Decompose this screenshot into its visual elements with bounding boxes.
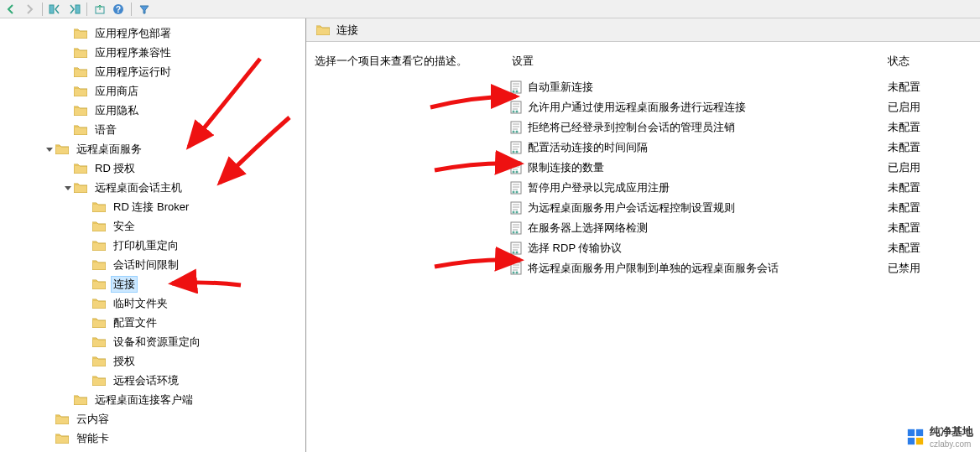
tree-item[interactable]: 会话时间限制 [0,255,305,274]
tree-item[interactable]: 打印机重定向 [0,236,305,255]
list-item[interactable]: 在服务器上选择网络检测未配置 [509,218,972,238]
list-item[interactable]: 限制连接的数量已启用 [509,158,972,178]
tree-item[interactable]: 云内容 [0,409,305,429]
setting-name: 自动重新连接 [528,80,888,95]
tree-item-label: RD 授权 [92,160,138,177]
tree-item-label: 语音 [92,122,119,138]
svg-point-52 [516,231,519,234]
back-icon[interactable] [3,2,18,17]
description-column: 选择一个项目来查看它的描述。 [315,54,509,444]
folder-icon [92,201,106,212]
toolbar: ? [0,0,980,18]
svg-point-15 [513,111,515,113]
filter-icon[interactable] [137,2,152,17]
list-item[interactable]: 暂停用户登录以完成应用注册未配置 [509,178,972,198]
folder-icon [74,105,87,116]
tree-item-label: 远程会话环境 [111,372,181,389]
tree-item-label: 应用商店 [92,83,141,100]
folder-icon [92,278,106,289]
content-header: 连接 [306,18,980,42]
description-text: 选择一个项目来查看它的描述。 [315,55,467,67]
svg-point-40 [516,191,519,194]
content-body: 选择一个项目来查看它的描述。 设置 状态 自动重新连接未配置允许用户通过使用远程… [306,42,980,452]
list-item[interactable]: 为远程桌面服务用户会话远程控制设置规则未配置 [509,198,972,218]
setting-status: 未配置 [888,80,972,95]
tree-item[interactable]: 应用商店 [0,81,305,101]
tree-item[interactable]: 应用程序运行时 [0,62,305,81]
list-item[interactable]: 拒绝将已经登录到控制台会话的管理员注销未配置 [509,117,972,138]
folder-icon [74,163,87,174]
folder-icon [74,124,87,135]
folder-icon [92,317,106,328]
tree-item[interactable]: 安全 [0,216,305,236]
tree-pane[interactable]: 应用程序包部署应用程序兼容性应用程序运行时应用商店应用隐私语音远程桌面服务RD … [0,18,306,452]
collapse-icon[interactable] [62,182,74,194]
svg-point-22 [516,131,519,133]
tree-item-label: 远程桌面服务 [74,141,144,158]
help-icon[interactable]: ? [111,2,126,17]
tree-item-label: 设备和资源重定向 [111,334,203,351]
collapse-icon[interactable] [44,143,55,155]
tree-item[interactable]: 授权 [0,351,305,371]
tree-item[interactable]: 配置文件 [0,313,305,332]
policy-setting-icon [509,141,523,154]
setting-name: 限制连接的数量 [528,160,888,175]
policy-setting-icon [509,221,523,235]
tree-item[interactable]: 应用程序兼容性 [0,43,305,62]
tree-item[interactable]: 语音 [0,120,305,139]
folder-icon [92,356,106,366]
tree-item-label: 远程桌面连接客户端 [92,392,195,408]
column-status-header[interactable]: 状态 [888,54,972,69]
nav-next-icon[interactable] [66,2,81,17]
svg-point-51 [513,231,515,234]
tree-item[interactable]: 远程桌面服务 [0,139,305,158]
svg-rect-1 [76,5,80,13]
svg-rect-67 [908,437,915,444]
folder-icon [74,28,87,39]
setting-name: 选择 RDP 传输协议 [528,241,888,256]
setting-status: 已启用 [888,160,972,175]
folder-icon [74,47,87,58]
tree-item-label: 应用隐私 [92,102,141,119]
setting-name: 暂停用户登录以完成应用注册 [528,180,888,195]
tree-item[interactable]: 远程桌面连接客户端 [0,390,305,409]
export-icon[interactable] [92,2,107,17]
list-header: 设置 状态 [509,54,972,77]
list-item[interactable]: 自动重新连接未配置 [509,77,972,97]
tree-item[interactable]: RD 连接 Broker [0,197,305,216]
tree-item[interactable]: 连接 [0,274,305,294]
tree-item[interactable]: 应用隐私 [0,101,305,120]
watermark: 纯净基地 czlaby.com [906,424,973,449]
tree-item[interactable]: 设备和资源重定向 [0,332,305,351]
folder-icon [74,86,87,96]
tree-item[interactable]: 应用程序包部署 [0,23,305,43]
setting-status: 未配置 [888,180,972,195]
tree-item[interactable]: 智能卡 [0,429,305,448]
tree-item[interactable]: 临时文件夹 [0,294,305,313]
folder-icon [92,375,106,386]
policy-setting-icon [509,262,523,275]
svg-point-46 [516,211,519,214]
tree-item-label: RD 连接 Broker [111,199,191,216]
list-item[interactable]: 配置活动连接的时间间隔未配置 [509,138,972,158]
policy-setting-icon [509,161,523,174]
folder-icon [92,259,106,270]
setting-status: 已禁用 [888,261,972,276]
svg-rect-68 [916,437,923,444]
column-setting-header[interactable]: 设置 [509,54,888,69]
settings-list: 设置 状态 自动重新连接未配置允许用户通过使用远程桌面服务进行远程连接已启用拒绝… [509,54,972,444]
svg-rect-66 [916,429,923,435]
folder-icon [74,182,87,193]
setting-name: 允许用户通过使用远程桌面服务进行远程连接 [528,100,888,115]
tree-item[interactable]: RD 授权 [0,158,305,178]
policy-setting-icon [509,181,523,195]
tree-item[interactable]: 远程桌面会话主机 [0,178,305,197]
setting-name: 将远程桌面服务用户限制到单独的远程桌面服务会话 [528,261,888,276]
nav-prev-icon[interactable] [48,2,63,17]
forward-icon[interactable] [22,2,37,17]
list-item[interactable]: 选择 RDP 传输协议未配置 [509,238,972,258]
list-item[interactable]: 将远程桌面服务用户限制到单独的远程桌面服务会话已禁用 [509,258,972,278]
policy-setting-icon [509,242,523,255]
list-item[interactable]: 允许用户通过使用远程桌面服务进行远程连接已启用 [509,97,972,117]
tree-item[interactable]: 远程会话环境 [0,371,305,390]
